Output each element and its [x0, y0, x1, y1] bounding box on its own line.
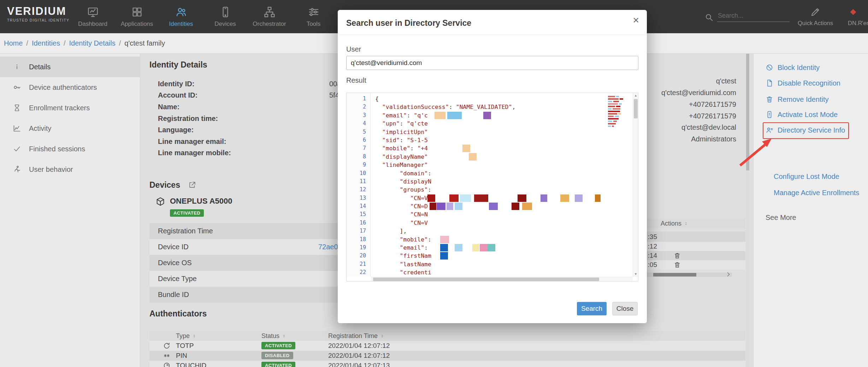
minimap-row	[608, 116, 631, 117]
redaction-block	[437, 203, 445, 210]
code-line: "domain":	[371, 169, 633, 177]
redaction-block	[522, 203, 532, 210]
editor-minimap	[608, 96, 631, 128]
scroll-down-icon[interactable]: ▼	[633, 272, 638, 277]
redaction-block	[430, 203, 436, 210]
code-line: "firstNam	[371, 252, 633, 260]
minimap-mark	[608, 126, 611, 127]
minimap-mark	[608, 111, 620, 112]
editor-line-number: 9	[347, 161, 370, 169]
result-code-editor[interactable]: 12345678910111213141516171819202122 { "v…	[346, 93, 638, 281]
minimap-mark	[613, 121, 617, 122]
minimap-mark	[608, 113, 617, 115]
code-line: "mobile": "+4	[371, 144, 633, 152]
redaction-block	[435, 112, 445, 119]
redaction-block	[469, 153, 477, 161]
minimap-row	[608, 113, 631, 115]
redaction-block	[447, 203, 453, 210]
redaction-block	[460, 194, 471, 202]
redaction-block	[541, 194, 547, 202]
editor-line-number: 1	[347, 95, 370, 103]
minimap-mark	[608, 108, 612, 110]
code-text: "displayN	[375, 178, 431, 185]
minimap-row	[608, 101, 631, 102]
search-button[interactable]: Search	[577, 302, 607, 315]
code-text: ],	[375, 228, 407, 234]
code-line: "lineManager"	[371, 161, 633, 169]
editor-vscroll-thumb[interactable]	[634, 99, 638, 118]
result-label: Result	[346, 76, 366, 85]
minimap-mark	[612, 126, 614, 127]
code-text: "implicitUpn"	[375, 129, 428, 135]
code-line: "CN=D	[371, 202, 633, 210]
code-text: "sid": "S-1-5	[375, 137, 428, 144]
editor-hscrollbar[interactable]	[371, 277, 633, 281]
minimap-mark	[608, 96, 615, 97]
editor-line-number: 3	[347, 111, 370, 120]
code-line: "displayN	[371, 177, 633, 186]
user-field-label: User	[346, 45, 361, 53]
redaction-block	[488, 244, 495, 251]
editor-line-number: 16	[347, 219, 370, 227]
close-icon[interactable]: ×	[633, 15, 639, 25]
editor-hscroll-thumb[interactable]	[373, 278, 599, 281]
code-text: "groups":	[375, 186, 431, 193]
redaction-block	[449, 194, 459, 202]
code-text: "CN=V	[375, 195, 428, 202]
code-line: "CN=V	[371, 219, 633, 227]
code-text: "lastName	[375, 261, 431, 268]
editor-line-number: 14	[347, 202, 370, 210]
code-line: "lastName	[371, 260, 633, 268]
code-line: "validationSuccess": "NAME_VALIDATED",	[371, 103, 633, 111]
editor-vscrollbar[interactable]: ▲ ▼	[633, 93, 638, 277]
minimap-mark	[618, 113, 621, 115]
editor-line-number: 20	[347, 252, 370, 260]
editor-line-number: 10	[347, 169, 370, 177]
code-text: "validationSuccess": "NAME_VALIDATED",	[375, 104, 515, 110]
editor-line-number: 6	[347, 136, 370, 144]
editor-line-number: 8	[347, 153, 370, 161]
minimap-mark	[608, 106, 615, 107]
editor-line-number: 15	[347, 210, 370, 219]
minimap-mark	[616, 106, 620, 107]
minimap-row	[608, 111, 631, 112]
editor-line-number: 21	[347, 260, 370, 268]
editor-line-number: 4	[347, 120, 370, 128]
scroll-up-icon[interactable]: ▲	[633, 93, 638, 98]
minimap-mark	[613, 101, 619, 102]
minimap-mark	[608, 98, 619, 100]
code-text: "email": "q'c	[375, 112, 428, 119]
redaction-block	[560, 194, 569, 202]
editor-line-number: 11	[347, 177, 370, 186]
minimap-mark	[620, 98, 623, 100]
code-text: "credenti	[375, 269, 431, 276]
redaction-block	[518, 194, 526, 202]
redaction-block	[512, 203, 519, 210]
redaction-block	[472, 244, 479, 251]
redaction-block	[440, 252, 448, 260]
redaction-block	[440, 244, 448, 251]
close-button[interactable]: Close	[612, 302, 638, 315]
editor-line-number: 12	[347, 186, 370, 194]
editor-code: { "validationSuccess": "NAME_VALIDATED",…	[371, 93, 633, 277]
annotation-arrow	[737, 138, 775, 168]
redaction-block	[462, 145, 470, 152]
editor-line-number: 5	[347, 128, 370, 136]
redaction-block	[447, 112, 462, 119]
modal-divider	[338, 35, 647, 35]
code-text: "CN=D	[375, 203, 428, 210]
minimap-mark	[608, 118, 619, 120]
minimap-row	[608, 96, 631, 97]
editor-line-number: 7	[347, 144, 370, 152]
code-line: {	[371, 95, 633, 103]
code-line: "upn": "q'cte	[371, 120, 633, 128]
user-input[interactable]	[346, 56, 638, 70]
modal-title: Search user in Directory Service	[346, 18, 471, 28]
code-text: "mobile": "+4	[375, 145, 428, 152]
minimap-row	[608, 126, 631, 127]
minimap-mark	[619, 103, 622, 105]
veridium-admin-screen: VERIDIUM TRUSTED DIGITAL IDENTITY Dashbo…	[0, 0, 868, 367]
redaction-block	[455, 203, 462, 210]
minimap-mark	[615, 116, 619, 117]
code-text: "lineManager"	[375, 162, 428, 168]
